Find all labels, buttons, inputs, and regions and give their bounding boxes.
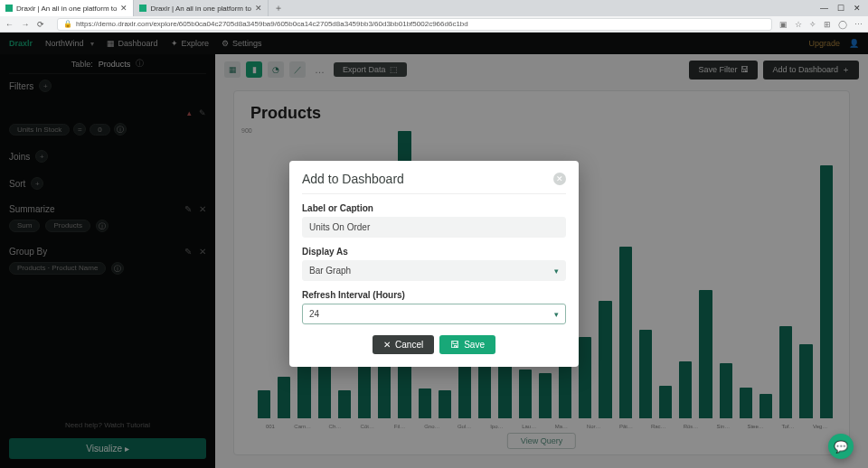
window-maximize[interactable]: ☐: [837, 4, 844, 13]
modal-title: Add to Dashboard: [302, 172, 404, 186]
chat-widget[interactable]: 💬: [828, 434, 854, 459]
reload-icon[interactable]: ⟳: [37, 20, 44, 29]
menu-icon[interactable]: ⋯: [854, 20, 863, 29]
close-icon[interactable]: ✕: [255, 4, 262, 13]
refresh-interval-label: Refresh Interval (Hours): [302, 290, 566, 300]
forward-icon[interactable]: →: [22, 20, 30, 29]
window-minimize[interactable]: —: [820, 4, 828, 13]
profile-icon[interactable]: ◯: [838, 20, 847, 29]
close-icon: ✕: [383, 340, 391, 350]
back-icon[interactable]: ←: [5, 20, 14, 29]
display-as-label: Display As: [302, 247, 566, 257]
tab-favicon: [139, 5, 146, 12]
favorite-icon[interactable]: ☆: [795, 20, 802, 29]
window-close[interactable]: ✕: [854, 4, 861, 13]
modal-overlay[interactable]: Add to Dashboard ✕ Label or Caption Disp…: [0, 33, 868, 468]
browser-tab-strip: Draxlr | An all in one platform to ✕ Dra…: [0, 0, 868, 16]
label-caption-label: Label or Caption: [302, 203, 566, 213]
close-icon[interactable]: ✕: [553, 173, 566, 185]
display-as-select[interactable]: Bar Graph: [302, 260, 566, 281]
label-caption-input[interactable]: [302, 217, 566, 238]
reader-icon[interactable]: ▣: [779, 20, 788, 29]
tab-title: Draxlr | An all in one platform to: [16, 5, 117, 13]
collections-icon[interactable]: ⊞: [824, 20, 831, 29]
url-text: https://demo.draxlr.com/explore/605b0ca0…: [76, 20, 468, 28]
close-icon[interactable]: ✕: [120, 4, 127, 13]
refresh-interval-select[interactable]: 24: [302, 304, 566, 324]
browser-address-bar: ← → ⟳ 🔒 https://demo.draxlr.com/explore/…: [0, 16, 868, 33]
new-tab-button[interactable]: ＋: [269, 2, 288, 14]
cancel-button[interactable]: ✕Cancel: [373, 335, 434, 354]
add-to-dashboard-modal: Add to Dashboard ✕ Label or Caption Disp…: [289, 161, 579, 367]
url-field[interactable]: 🔒 https://demo.draxlr.com/explore/605b0c…: [57, 18, 772, 31]
browser-tab[interactable]: Draxlr | An all in one platform to ✕: [134, 0, 268, 16]
save-icon: 🖫: [450, 340, 459, 350]
lock-icon: 🔒: [63, 20, 72, 28]
tab-title: Draxlr | An all in one platform to: [150, 5, 250, 13]
tab-favicon: [5, 5, 13, 12]
extensions-icon[interactable]: ✧: [809, 20, 816, 29]
save-button[interactable]: 🖫Save: [439, 335, 495, 354]
browser-tab[interactable]: Draxlr | An all in one platform to ✕: [0, 0, 134, 16]
